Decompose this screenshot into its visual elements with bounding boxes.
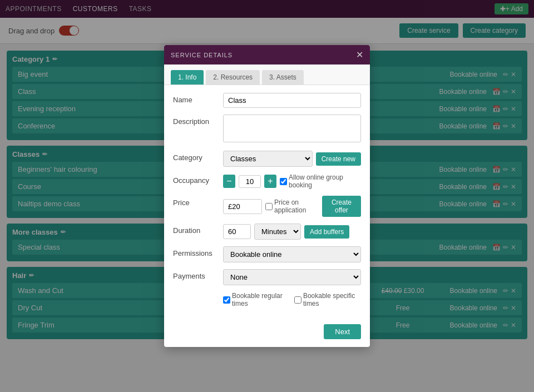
price-on-application-checkbox[interactable]	[265, 203, 273, 210]
dialog-overlay: SERVICE DETAILS ✕ 1. Info 2. Resources 3…	[0, 0, 534, 351]
bookable-specific-times-label: Bookable specific times	[294, 292, 361, 307]
occupancy-input[interactable]	[239, 175, 261, 188]
occupancy-minus-button[interactable]: −	[223, 175, 235, 188]
allow-group-booking-checkbox[interactable]	[280, 178, 287, 185]
dialog-tabs: 1. Info 2. Resources 3. Assets	[164, 64, 370, 85]
form-row-duration: Duration Minutes Hours Add buffers	[173, 224, 361, 240]
dialog-header: SERVICE DETAILS ✕	[164, 45, 370, 64]
booking-times-row: Bookable regular times Bookable specific…	[173, 292, 361, 307]
duration-label: Duration	[173, 224, 223, 235]
tab-info[interactable]: 1. Info	[171, 70, 204, 85]
permissions-control-wrap: Bookable online Staff only	[223, 246, 361, 262]
dialog-close-button[interactable]: ✕	[356, 49, 363, 60]
create-offer-button[interactable]: Create offer	[322, 196, 361, 217]
occupancy-plus-button[interactable]: +	[264, 175, 276, 188]
create-new-category-button[interactable]: Create new	[316, 152, 361, 166]
occupancy-control-wrap: − + Allow online group booking	[223, 173, 361, 189]
name-label: Name	[173, 93, 223, 104]
dialog-body: Name Description Category Classes Cate	[164, 85, 370, 321]
price-control-wrap: Price on application Create offer	[223, 196, 361, 217]
next-button[interactable]: Next	[324, 324, 361, 339]
category-select[interactable]: Classes Category 1 More classes Hair	[223, 151, 313, 167]
bookable-specific-times-checkbox[interactable]	[294, 296, 301, 304]
price-label: Price	[173, 196, 223, 207]
form-row-category: Category Classes Category 1 More classes…	[173, 151, 361, 167]
payments-control-wrap: None Required Optional	[223, 269, 361, 285]
form-row-price: Price Price on application Create offer	[173, 196, 361, 217]
price-on-application-label: Price on application	[265, 199, 319, 214]
duration-control-wrap: Minutes Hours Add buffers	[223, 224, 361, 240]
allow-group-booking-label: Allow online group booking	[280, 173, 361, 189]
payments-select[interactable]: None Required Optional	[223, 269, 361, 285]
duration-unit-select[interactable]: Minutes Hours	[254, 224, 301, 240]
service-details-dialog: SERVICE DETAILS ✕ 1. Info 2. Resources 3…	[164, 45, 370, 347]
dialog-title: SERVICE DETAILS	[171, 52, 233, 58]
form-row-occupancy: Occupancy − + Allow online group booking	[173, 173, 361, 189]
tab-assets[interactable]: 3. Assets	[262, 70, 304, 85]
add-buffers-button[interactable]: Add buffers	[304, 225, 349, 239]
payments-label: Payments	[173, 269, 223, 280]
bookable-regular-times-checkbox[interactable]	[223, 296, 230, 304]
name-input[interactable]	[223, 93, 361, 108]
permissions-label: Permissions	[173, 246, 223, 257]
form-row-description: Description	[173, 115, 361, 144]
description-label: Description	[173, 115, 223, 126]
bookable-regular-times-label: Bookable regular times	[223, 292, 289, 307]
category-label: Category	[173, 151, 223, 162]
form-row-payments: Payments None Required Optional	[173, 269, 361, 285]
tab-resources[interactable]: 2. Resources	[206, 70, 260, 85]
name-control-wrap	[223, 93, 361, 108]
form-row-name: Name	[173, 93, 361, 108]
duration-input[interactable]	[223, 224, 251, 239]
description-control-wrap	[223, 115, 361, 144]
category-control-wrap: Classes Category 1 More classes Hair Cre…	[223, 151, 361, 167]
description-input[interactable]	[223, 115, 361, 142]
permissions-select[interactable]: Bookable online Staff only	[223, 246, 361, 262]
dialog-footer: Next	[164, 321, 370, 347]
form-row-permissions: Permissions Bookable online Staff only	[173, 246, 361, 262]
price-input[interactable]	[223, 199, 262, 214]
occupancy-label: Occupancy	[173, 173, 223, 185]
